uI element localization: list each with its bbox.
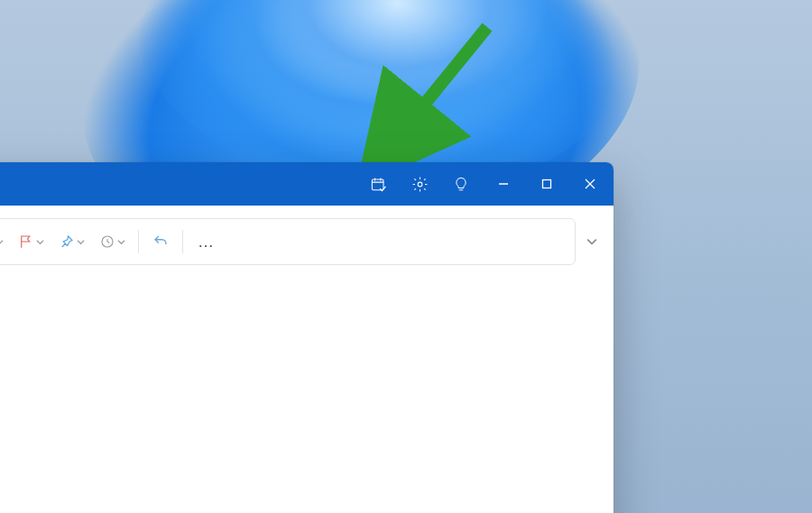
ellipsis-icon: … bbox=[198, 233, 216, 251]
snooze-button[interactable] bbox=[92, 219, 133, 264]
more-button[interactable]: … bbox=[189, 233, 225, 252]
svg-rect-4 bbox=[543, 180, 551, 188]
collapse-ribbon-button[interactable] bbox=[586, 236, 597, 247]
minimize-icon bbox=[498, 179, 509, 189]
chevron-down-icon bbox=[586, 236, 597, 247]
chevron-down-icon bbox=[36, 238, 44, 246]
ribbon-toolbar: lles markeren als gelezen bbox=[0, 218, 576, 265]
chevron-down-icon bbox=[0, 238, 4, 246]
ribbon-area: lles markeren als gelezen bbox=[0, 206, 614, 265]
tips-button[interactable] bbox=[440, 162, 482, 206]
settings-button[interactable] bbox=[399, 162, 440, 206]
lightbulb-icon bbox=[453, 175, 469, 193]
desktop-wallpaper: lles markeren als gelezen bbox=[0, 0, 812, 513]
svg-line-0 bbox=[370, 27, 487, 171]
close-icon bbox=[585, 179, 595, 189]
close-button[interactable] bbox=[568, 162, 612, 206]
maximize-button[interactable] bbox=[525, 162, 568, 206]
undo-icon bbox=[152, 234, 170, 250]
svg-rect-1 bbox=[372, 179, 383, 189]
separator bbox=[182, 230, 183, 253]
pin-button[interactable] bbox=[51, 219, 92, 264]
minimize-button[interactable] bbox=[482, 162, 525, 206]
app-window: lles markeren als gelezen bbox=[0, 162, 614, 513]
pin-icon bbox=[59, 234, 75, 250]
titlebar bbox=[0, 162, 614, 206]
maximize-icon bbox=[541, 179, 552, 189]
calendar-done-button[interactable] bbox=[357, 162, 399, 206]
undo-button[interactable] bbox=[144, 219, 177, 264]
chevron-down-icon bbox=[77, 238, 85, 246]
gear-icon bbox=[411, 176, 429, 193]
tag-button[interactable] bbox=[0, 219, 11, 264]
chevron-down-icon bbox=[117, 238, 125, 246]
clock-icon bbox=[99, 234, 115, 250]
svg-point-2 bbox=[418, 182, 422, 187]
calendar-done-icon bbox=[370, 176, 387, 193]
separator bbox=[138, 230, 139, 253]
flag-icon bbox=[18, 234, 34, 250]
flag-button[interactable] bbox=[11, 219, 51, 264]
